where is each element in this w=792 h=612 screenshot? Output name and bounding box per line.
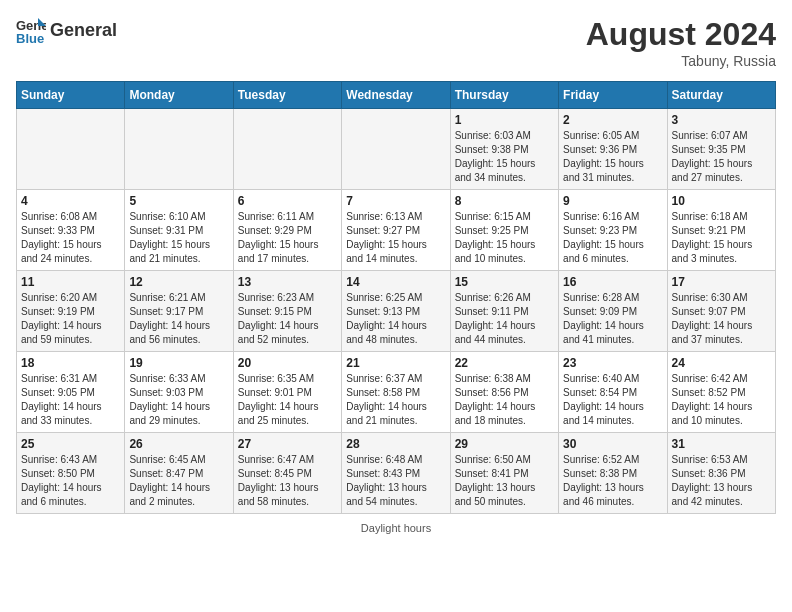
day-cell — [342, 109, 450, 190]
day-cell — [233, 109, 341, 190]
day-cell: 1Sunrise: 6:03 AM Sunset: 9:38 PM Daylig… — [450, 109, 558, 190]
header-cell-thursday: Thursday — [450, 82, 558, 109]
day-number: 23 — [563, 356, 662, 370]
day-cell — [125, 109, 233, 190]
day-number: 22 — [455, 356, 554, 370]
week-row-2: 4Sunrise: 6:08 AM Sunset: 9:33 PM Daylig… — [17, 190, 776, 271]
day-cell: 3Sunrise: 6:07 AM Sunset: 9:35 PM Daylig… — [667, 109, 775, 190]
day-cell: 28Sunrise: 6:48 AM Sunset: 8:43 PM Dayli… — [342, 433, 450, 514]
day-info: Sunrise: 6:47 AM Sunset: 8:45 PM Dayligh… — [238, 453, 337, 509]
day-info: Sunrise: 6:07 AM Sunset: 9:35 PM Dayligh… — [672, 129, 771, 185]
day-number: 28 — [346, 437, 445, 451]
day-info: Sunrise: 6:31 AM Sunset: 9:05 PM Dayligh… — [21, 372, 120, 428]
day-number: 21 — [346, 356, 445, 370]
day-cell: 15Sunrise: 6:26 AM Sunset: 9:11 PM Dayli… — [450, 271, 558, 352]
day-cell: 6Sunrise: 6:11 AM Sunset: 9:29 PM Daylig… — [233, 190, 341, 271]
day-info: Sunrise: 6:25 AM Sunset: 9:13 PM Dayligh… — [346, 291, 445, 347]
day-info: Sunrise: 6:28 AM Sunset: 9:09 PM Dayligh… — [563, 291, 662, 347]
day-number: 3 — [672, 113, 771, 127]
day-cell: 29Sunrise: 6:50 AM Sunset: 8:41 PM Dayli… — [450, 433, 558, 514]
week-row-4: 18Sunrise: 6:31 AM Sunset: 9:05 PM Dayli… — [17, 352, 776, 433]
day-cell: 13Sunrise: 6:23 AM Sunset: 9:15 PM Dayli… — [233, 271, 341, 352]
day-cell: 26Sunrise: 6:45 AM Sunset: 8:47 PM Dayli… — [125, 433, 233, 514]
day-number: 25 — [21, 437, 120, 451]
day-cell: 20Sunrise: 6:35 AM Sunset: 9:01 PM Dayli… — [233, 352, 341, 433]
day-info: Sunrise: 6:11 AM Sunset: 9:29 PM Dayligh… — [238, 210, 337, 266]
day-number: 6 — [238, 194, 337, 208]
day-number: 26 — [129, 437, 228, 451]
day-info: Sunrise: 6:48 AM Sunset: 8:43 PM Dayligh… — [346, 453, 445, 509]
day-number: 16 — [563, 275, 662, 289]
day-info: Sunrise: 6:13 AM Sunset: 9:27 PM Dayligh… — [346, 210, 445, 266]
day-info: Sunrise: 6:10 AM Sunset: 9:31 PM Dayligh… — [129, 210, 228, 266]
week-row-5: 25Sunrise: 6:43 AM Sunset: 8:50 PM Dayli… — [17, 433, 776, 514]
day-info: Sunrise: 6:45 AM Sunset: 8:47 PM Dayligh… — [129, 453, 228, 509]
daylight-label: Daylight hours — [361, 522, 431, 534]
calendar-header: SundayMondayTuesdayWednesdayThursdayFrid… — [17, 82, 776, 109]
day-cell: 10Sunrise: 6:18 AM Sunset: 9:21 PM Dayli… — [667, 190, 775, 271]
day-info: Sunrise: 6:08 AM Sunset: 9:33 PM Dayligh… — [21, 210, 120, 266]
day-cell: 22Sunrise: 6:38 AM Sunset: 8:56 PM Dayli… — [450, 352, 558, 433]
day-number: 8 — [455, 194, 554, 208]
month-year-title: August 2024 — [586, 16, 776, 53]
day-cell: 14Sunrise: 6:25 AM Sunset: 9:13 PM Dayli… — [342, 271, 450, 352]
day-cell: 25Sunrise: 6:43 AM Sunset: 8:50 PM Dayli… — [17, 433, 125, 514]
day-number: 11 — [21, 275, 120, 289]
day-number: 17 — [672, 275, 771, 289]
day-info: Sunrise: 6:21 AM Sunset: 9:17 PM Dayligh… — [129, 291, 228, 347]
day-info: Sunrise: 6:18 AM Sunset: 9:21 PM Dayligh… — [672, 210, 771, 266]
page-header: General Blue General August 2024 Tabuny,… — [16, 16, 776, 69]
day-number: 12 — [129, 275, 228, 289]
title-block: August 2024 Tabuny, Russia — [586, 16, 776, 69]
day-cell: 11Sunrise: 6:20 AM Sunset: 9:19 PM Dayli… — [17, 271, 125, 352]
header-cell-friday: Friday — [559, 82, 667, 109]
day-info: Sunrise: 6:42 AM Sunset: 8:52 PM Dayligh… — [672, 372, 771, 428]
day-cell: 17Sunrise: 6:30 AM Sunset: 9:07 PM Dayli… — [667, 271, 775, 352]
day-info: Sunrise: 6:40 AM Sunset: 8:54 PM Dayligh… — [563, 372, 662, 428]
day-info: Sunrise: 6:38 AM Sunset: 8:56 PM Dayligh… — [455, 372, 554, 428]
day-number: 30 — [563, 437, 662, 451]
day-number: 20 — [238, 356, 337, 370]
day-number: 13 — [238, 275, 337, 289]
week-row-3: 11Sunrise: 6:20 AM Sunset: 9:19 PM Dayli… — [17, 271, 776, 352]
day-info: Sunrise: 6:26 AM Sunset: 9:11 PM Dayligh… — [455, 291, 554, 347]
day-number: 19 — [129, 356, 228, 370]
day-cell: 7Sunrise: 6:13 AM Sunset: 9:27 PM Daylig… — [342, 190, 450, 271]
day-number: 18 — [21, 356, 120, 370]
day-info: Sunrise: 6:05 AM Sunset: 9:36 PM Dayligh… — [563, 129, 662, 185]
day-number: 31 — [672, 437, 771, 451]
day-number: 10 — [672, 194, 771, 208]
day-number: 2 — [563, 113, 662, 127]
calendar-table: SundayMondayTuesdayWednesdayThursdayFrid… — [16, 81, 776, 514]
day-cell — [17, 109, 125, 190]
day-info: Sunrise: 6:50 AM Sunset: 8:41 PM Dayligh… — [455, 453, 554, 509]
day-number: 1 — [455, 113, 554, 127]
day-number: 4 — [21, 194, 120, 208]
day-number: 29 — [455, 437, 554, 451]
day-cell: 12Sunrise: 6:21 AM Sunset: 9:17 PM Dayli… — [125, 271, 233, 352]
day-info: Sunrise: 6:35 AM Sunset: 9:01 PM Dayligh… — [238, 372, 337, 428]
day-cell: 16Sunrise: 6:28 AM Sunset: 9:09 PM Dayli… — [559, 271, 667, 352]
day-number: 5 — [129, 194, 228, 208]
header-cell-monday: Monday — [125, 82, 233, 109]
header-cell-sunday: Sunday — [17, 82, 125, 109]
logo-text: General — [50, 21, 117, 41]
day-info: Sunrise: 6:33 AM Sunset: 9:03 PM Dayligh… — [129, 372, 228, 428]
day-cell: 5Sunrise: 6:10 AM Sunset: 9:31 PM Daylig… — [125, 190, 233, 271]
header-row: SundayMondayTuesdayWednesdayThursdayFrid… — [17, 82, 776, 109]
day-cell: 31Sunrise: 6:53 AM Sunset: 8:36 PM Dayli… — [667, 433, 775, 514]
day-cell: 23Sunrise: 6:40 AM Sunset: 8:54 PM Dayli… — [559, 352, 667, 433]
location-subtitle: Tabuny, Russia — [586, 53, 776, 69]
day-cell: 2Sunrise: 6:05 AM Sunset: 9:36 PM Daylig… — [559, 109, 667, 190]
day-cell: 9Sunrise: 6:16 AM Sunset: 9:23 PM Daylig… — [559, 190, 667, 271]
day-info: Sunrise: 6:52 AM Sunset: 8:38 PM Dayligh… — [563, 453, 662, 509]
day-number: 15 — [455, 275, 554, 289]
day-cell: 21Sunrise: 6:37 AM Sunset: 8:58 PM Dayli… — [342, 352, 450, 433]
svg-text:Blue: Blue — [16, 31, 44, 46]
day-cell: 19Sunrise: 6:33 AM Sunset: 9:03 PM Dayli… — [125, 352, 233, 433]
logo: General Blue General — [16, 16, 117, 46]
day-info: Sunrise: 6:15 AM Sunset: 9:25 PM Dayligh… — [455, 210, 554, 266]
day-info: Sunrise: 6:23 AM Sunset: 9:15 PM Dayligh… — [238, 291, 337, 347]
day-number: 9 — [563, 194, 662, 208]
header-cell-wednesday: Wednesday — [342, 82, 450, 109]
